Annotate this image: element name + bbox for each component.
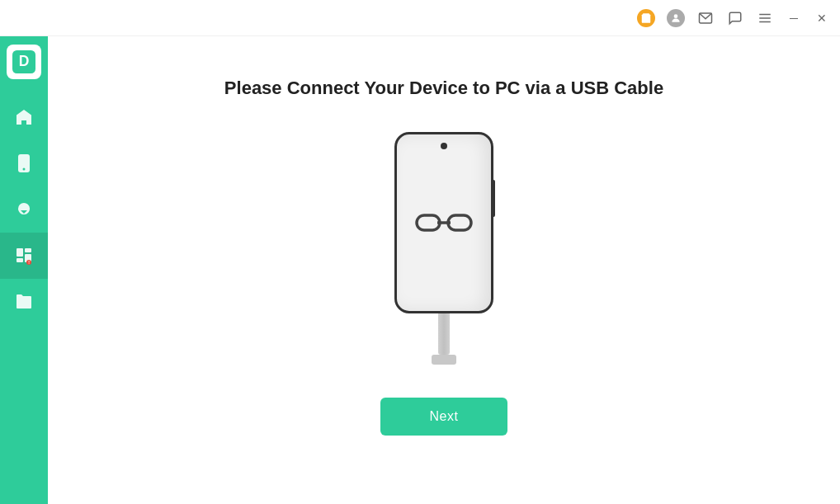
user-icon[interactable] bbox=[667, 9, 685, 27]
title-bar-icons: ─ ✕ bbox=[637, 9, 830, 27]
svg-rect-16 bbox=[417, 215, 440, 230]
phone-side-button bbox=[492, 180, 495, 217]
link-icon bbox=[415, 209, 473, 237]
svg-rect-11 bbox=[25, 248, 31, 252]
phone-illustration bbox=[394, 132, 493, 365]
app-body: D ! bbox=[0, 36, 840, 504]
svg-rect-17 bbox=[448, 215, 471, 230]
svg-text:D: D bbox=[19, 53, 30, 69]
sidebar: D ! bbox=[0, 36, 48, 504]
sidebar-item-device[interactable] bbox=[0, 140, 48, 186]
mail-icon[interactable] bbox=[696, 9, 715, 27]
chat-icon[interactable] bbox=[726, 9, 744, 27]
svg-point-9 bbox=[23, 168, 26, 171]
sidebar-item-backup[interactable] bbox=[0, 186, 48, 233]
title-bar: ─ ✕ bbox=[0, 0, 840, 36]
sidebar-item-repair[interactable]: ! bbox=[0, 233, 48, 279]
menu-icon[interactable] bbox=[756, 9, 774, 27]
svg-point-1 bbox=[674, 14, 678, 18]
main-content: Please Connect Your Device to PC via a U… bbox=[48, 36, 840, 504]
phone-body bbox=[394, 132, 493, 313]
svg-rect-10 bbox=[17, 248, 23, 257]
shop-icon[interactable] bbox=[637, 9, 655, 27]
usb-connector bbox=[432, 355, 456, 365]
svg-rect-12 bbox=[17, 258, 23, 262]
sidebar-item-home[interactable] bbox=[0, 94, 48, 140]
minimize-button[interactable]: ─ bbox=[786, 10, 802, 26]
app-logo: D bbox=[7, 45, 41, 79]
usb-cable bbox=[438, 313, 450, 355]
page-title: Please Connect Your Device to PC via a U… bbox=[224, 78, 663, 99]
usb-cable-group bbox=[432, 313, 456, 365]
next-button[interactable]: Next bbox=[380, 398, 508, 436]
sidebar-item-files[interactable] bbox=[0, 279, 48, 325]
close-button[interactable]: ✕ bbox=[814, 10, 830, 26]
